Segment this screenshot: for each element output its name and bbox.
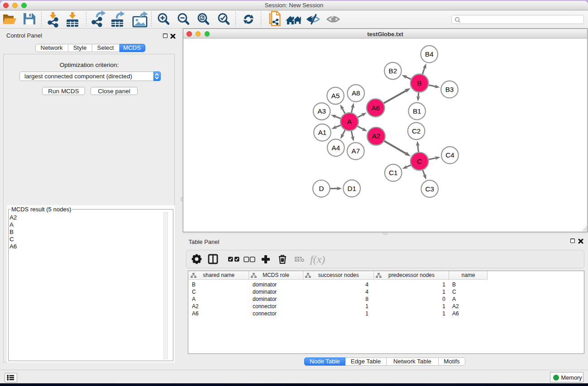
svg-text:B1: B1 [413, 107, 421, 115]
svg-text:A5: A5 [331, 92, 340, 100]
svg-text:B4: B4 [425, 50, 434, 58]
svg-text:A: A [347, 118, 352, 125]
svg-text:D: D [319, 185, 324, 192]
svg-text:A6: A6 [371, 104, 380, 112]
svg-text:A7: A7 [352, 147, 360, 155]
svg-text:A2: A2 [372, 132, 381, 140]
svg-text:C2: C2 [412, 127, 421, 135]
svg-text:A1: A1 [318, 129, 327, 136]
svg-text:C: C [417, 157, 422, 165]
svg-text:A4: A4 [332, 144, 340, 152]
svg-text:A8: A8 [352, 89, 360, 97]
svg-text:B3: B3 [445, 86, 454, 93]
svg-text:f(x): f(x) [310, 253, 325, 265]
svg-text:B: B [417, 79, 422, 87]
svg-text:B2: B2 [389, 67, 397, 75]
svg-text:D1: D1 [347, 185, 356, 192]
svg-text:A3: A3 [317, 107, 326, 115]
svg-text:C1: C1 [389, 169, 397, 176]
svg-text:C3: C3 [425, 185, 434, 193]
svg-text:C4: C4 [445, 151, 454, 159]
